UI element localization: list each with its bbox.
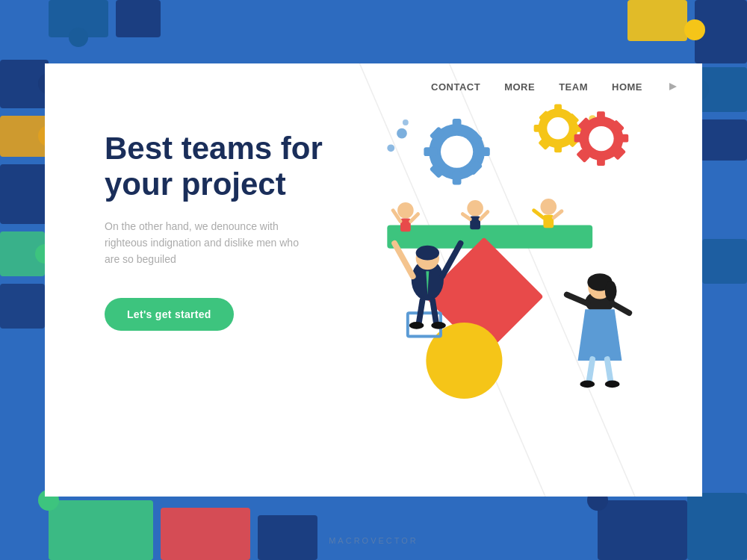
svg-rect-56 bbox=[597, 111, 605, 123]
svg-marker-79 bbox=[577, 309, 622, 361]
svg-point-28 bbox=[397, 128, 407, 139]
svg-rect-12 bbox=[698, 119, 747, 161]
svg-rect-48 bbox=[533, 125, 544, 132]
svg-rect-16 bbox=[258, 515, 317, 560]
hero-subtitle: On the other hand, we denounce with righ… bbox=[105, 218, 306, 268]
svg-line-83 bbox=[566, 295, 586, 304]
nav-contact[interactable]: CONTACT bbox=[431, 81, 480, 93]
svg-point-7 bbox=[69, 28, 88, 47]
hero-content: Best teams for your project On the other… bbox=[105, 131, 359, 331]
svg-rect-57 bbox=[597, 154, 605, 166]
navigation: CONTACT MORE TEAM HOME bbox=[409, 63, 702, 110]
hero-title: Best teams for your project bbox=[105, 131, 359, 203]
svg-point-76 bbox=[409, 322, 424, 329]
svg-rect-18 bbox=[598, 500, 687, 560]
svg-line-74 bbox=[418, 300, 422, 323]
svg-point-82 bbox=[604, 281, 616, 301]
svg-point-87 bbox=[580, 380, 595, 388]
svg-marker-27 bbox=[669, 83, 677, 90]
svg-line-99 bbox=[533, 211, 543, 218]
nav-arrow-icon[interactable] bbox=[666, 80, 680, 93]
svg-rect-8 bbox=[627, 0, 687, 41]
svg-point-55 bbox=[589, 126, 613, 151]
svg-point-88 bbox=[604, 380, 619, 388]
nav-team[interactable]: TEAM bbox=[559, 81, 588, 93]
svg-rect-38 bbox=[424, 147, 437, 156]
svg-point-29 bbox=[387, 144, 394, 152]
illustration bbox=[321, 63, 702, 497]
nav-more[interactable]: MORE bbox=[504, 81, 535, 93]
svg-rect-37 bbox=[452, 172, 461, 185]
svg-point-89 bbox=[397, 202, 414, 219]
svg-line-84 bbox=[612, 303, 629, 313]
svg-point-45 bbox=[547, 117, 568, 139]
svg-line-75 bbox=[433, 300, 436, 323]
svg-rect-15 bbox=[161, 508, 250, 560]
svg-rect-59 bbox=[616, 134, 628, 143]
svg-point-70 bbox=[415, 246, 438, 261]
svg-rect-58 bbox=[574, 134, 586, 143]
svg-rect-47 bbox=[554, 142, 562, 152]
svg-point-97 bbox=[540, 199, 557, 215]
svg-point-77 bbox=[431, 322, 446, 329]
svg-rect-24 bbox=[702, 239, 747, 284]
svg-point-93 bbox=[467, 200, 483, 217]
watermark: MACROVECTOR bbox=[329, 536, 418, 545]
svg-point-66 bbox=[426, 323, 502, 399]
svg-line-85 bbox=[589, 359, 592, 382]
svg-point-35 bbox=[441, 136, 473, 168]
svg-rect-14 bbox=[49, 500, 153, 560]
svg-rect-39 bbox=[477, 147, 490, 156]
cta-button[interactable]: Let's get started bbox=[105, 298, 234, 331]
svg-rect-36 bbox=[452, 119, 461, 132]
svg-line-100 bbox=[554, 211, 562, 218]
svg-rect-22 bbox=[0, 284, 45, 329]
svg-line-95 bbox=[462, 214, 470, 220]
main-card: CONTACT MORE TEAM HOME Best teams for yo… bbox=[45, 63, 702, 497]
svg-point-10 bbox=[684, 19, 705, 40]
svg-point-32 bbox=[403, 119, 409, 125]
svg-rect-6 bbox=[116, 0, 161, 37]
svg-rect-19 bbox=[687, 493, 747, 560]
svg-line-86 bbox=[607, 359, 610, 382]
nav-home[interactable]: HOME bbox=[612, 81, 642, 93]
svg-rect-2 bbox=[0, 164, 49, 224]
